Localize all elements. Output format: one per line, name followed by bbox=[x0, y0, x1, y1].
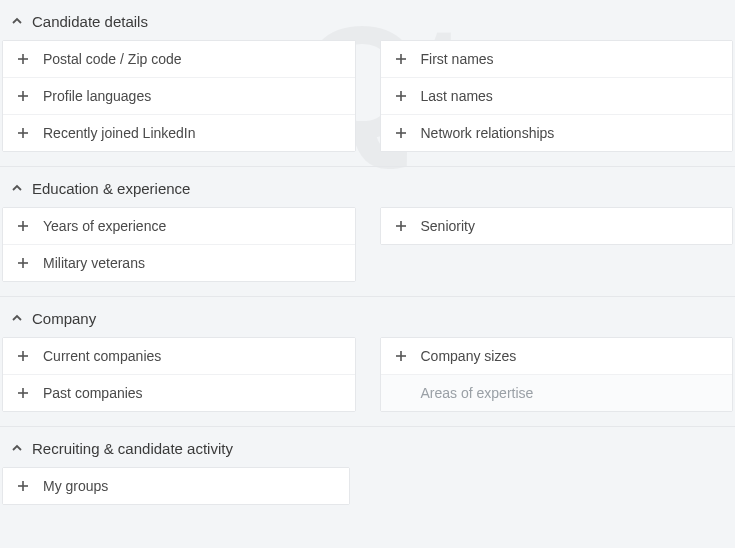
section-title: Education & experience bbox=[32, 180, 190, 197]
plus-icon bbox=[15, 255, 31, 271]
plus-icon bbox=[15, 385, 31, 401]
filter-label: Network relationships bbox=[421, 125, 721, 141]
plus-icon bbox=[15, 478, 31, 494]
filter-panel: Candidate details Postal code / Zip code… bbox=[0, 0, 735, 505]
filter-last-names[interactable]: Last names bbox=[381, 77, 733, 114]
filter-label: Seniority bbox=[421, 218, 721, 234]
section-header-candidate-details[interactable]: Candidate details bbox=[0, 0, 735, 40]
chevron-up-icon bbox=[8, 12, 26, 30]
filter-network-relationships[interactable]: Network relationships bbox=[381, 114, 733, 151]
chevron-up-icon bbox=[8, 309, 26, 327]
filter-seniority[interactable]: Seniority bbox=[381, 208, 733, 244]
filter-label: Areas of expertise bbox=[393, 385, 721, 401]
filter-label: Current companies bbox=[43, 348, 343, 364]
filter-first-names[interactable]: First names bbox=[381, 41, 733, 77]
filter-label: Last names bbox=[421, 88, 721, 104]
plus-icon bbox=[15, 51, 31, 67]
section-header-recruiting-activity[interactable]: Recruiting & candidate activity bbox=[0, 427, 735, 467]
filter-postal-code[interactable]: Postal code / Zip code bbox=[3, 41, 355, 77]
plus-icon bbox=[393, 88, 409, 104]
plus-icon bbox=[393, 51, 409, 67]
chevron-up-icon bbox=[8, 179, 26, 197]
filter-label: Years of experience bbox=[43, 218, 343, 234]
plus-icon bbox=[15, 125, 31, 141]
plus-icon bbox=[393, 348, 409, 364]
section-header-education-experience[interactable]: Education & experience bbox=[0, 167, 735, 207]
section-header-company[interactable]: Company bbox=[0, 297, 735, 337]
filter-areas-of-expertise: Areas of expertise bbox=[381, 374, 733, 411]
filter-recently-joined-linkedin[interactable]: Recently joined LinkedIn bbox=[3, 114, 355, 151]
plus-icon bbox=[15, 218, 31, 234]
section-title: Recruiting & candidate activity bbox=[32, 440, 233, 457]
section-title: Company bbox=[32, 310, 96, 327]
filter-label: Profile languages bbox=[43, 88, 343, 104]
filter-military-veterans[interactable]: Military veterans bbox=[3, 244, 355, 281]
filter-current-companies[interactable]: Current companies bbox=[3, 338, 355, 374]
chevron-up-icon bbox=[8, 439, 26, 457]
filter-label: Postal code / Zip code bbox=[43, 51, 343, 67]
filter-company-sizes[interactable]: Company sizes bbox=[381, 338, 733, 374]
filter-label: Military veterans bbox=[43, 255, 343, 271]
section-title: Candidate details bbox=[32, 13, 148, 30]
filter-label: Recently joined LinkedIn bbox=[43, 125, 343, 141]
plus-icon bbox=[393, 218, 409, 234]
filter-label: My groups bbox=[43, 478, 337, 494]
filter-my-groups[interactable]: My groups bbox=[3, 468, 349, 504]
filter-label: First names bbox=[421, 51, 721, 67]
filter-profile-languages[interactable]: Profile languages bbox=[3, 77, 355, 114]
filter-years-of-experience[interactable]: Years of experience bbox=[3, 208, 355, 244]
filter-past-companies[interactable]: Past companies bbox=[3, 374, 355, 411]
filter-label: Company sizes bbox=[421, 348, 721, 364]
filter-label: Past companies bbox=[43, 385, 343, 401]
plus-icon bbox=[15, 88, 31, 104]
plus-icon bbox=[15, 348, 31, 364]
plus-icon bbox=[393, 125, 409, 141]
